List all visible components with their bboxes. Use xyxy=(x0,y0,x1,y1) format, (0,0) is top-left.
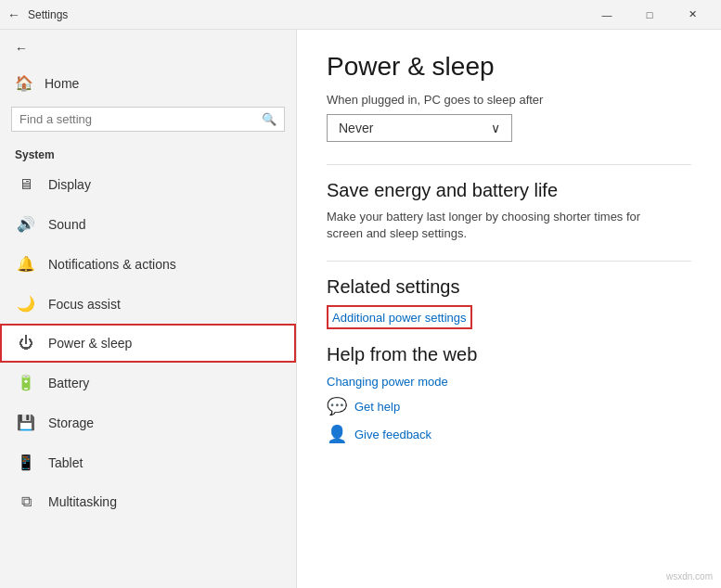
sidebar-item-sound[interactable]: 🔊 Sound xyxy=(0,204,296,244)
additional-power-settings-link[interactable]: Additional power settings xyxy=(332,311,467,325)
sidebar-item-battery-label: Battery xyxy=(48,376,89,390)
page-title: Power & sleep xyxy=(327,52,691,82)
sidebar-item-power-label: Power & sleep xyxy=(48,336,132,351)
home-icon: 🏠 xyxy=(15,74,33,92)
close-button[interactable]: ✕ xyxy=(671,0,714,30)
main-content: Power & sleep When plugged in, PC goes t… xyxy=(297,30,721,588)
sidebar-item-multitasking-label: Multitasking xyxy=(48,494,117,509)
tablet-icon: 📱 xyxy=(17,454,35,471)
app-body: ← 🏠 Home 🔍 System 🖥 Display 🔊 Sound 🔔 No… xyxy=(0,30,721,588)
chevron-down-icon: ∨ xyxy=(491,121,500,135)
divider-2 xyxy=(327,261,691,262)
additional-power-link-box: Additional power settings xyxy=(327,305,472,329)
multitasking-icon: ⧉ xyxy=(17,493,35,510)
sidebar-search-box[interactable]: 🔍 xyxy=(11,107,285,132)
focus-icon: 🌙 xyxy=(17,295,35,313)
battery-icon: 🔋 xyxy=(17,374,35,391)
sidebar-item-tablet-label: Tablet xyxy=(48,455,83,470)
power-icon: ⏻ xyxy=(17,335,35,352)
back-icon: ← xyxy=(15,41,28,56)
help-heading: Help from the web xyxy=(327,344,691,365)
divider-1 xyxy=(327,164,691,165)
sidebar-item-sound-label: Sound xyxy=(48,217,85,232)
sound-icon: 🔊 xyxy=(17,215,35,233)
sidebar-item-notifications-label: Notifications & actions xyxy=(48,257,176,272)
titlebar-controls: — □ ✕ xyxy=(586,0,714,30)
display-icon: 🖥 xyxy=(17,176,35,193)
sidebar-item-storage-label: Storage xyxy=(48,415,94,430)
get-help-link[interactable]: Get help xyxy=(354,400,400,414)
sidebar-item-focus-label: Focus assist xyxy=(48,297,121,312)
give-feedback-link[interactable]: Give feedback xyxy=(354,428,431,441)
sidebar-item-tablet[interactable]: 📱 Tablet xyxy=(0,442,296,482)
titlebar-title: Settings xyxy=(28,8,586,21)
sidebar-item-home[interactable]: 🏠 Home xyxy=(0,67,296,99)
get-help-link-item[interactable]: 💬 Get help xyxy=(327,396,691,416)
storage-icon: 💾 xyxy=(17,414,35,431)
maximize-button[interactable]: □ xyxy=(628,0,671,30)
changing-power-link-item[interactable]: Changing power mode xyxy=(327,375,691,389)
sidebar-item-display-label: Display xyxy=(48,177,91,192)
sidebar-item-battery[interactable]: 🔋 Battery xyxy=(0,363,296,403)
save-energy-heading: Save energy and battery life xyxy=(327,180,691,201)
give-feedback-icon: 👤 xyxy=(327,424,347,444)
sidebar-item-display[interactable]: 🖥 Display xyxy=(0,165,296,204)
sidebar-home-label: Home xyxy=(45,76,79,91)
titlebar: ← Settings — □ ✕ xyxy=(0,0,721,30)
additional-power-link-item: Additional power settings xyxy=(327,305,691,329)
watermark: wsxdn.com xyxy=(663,570,715,582)
changing-power-link[interactable]: Changing power mode xyxy=(327,375,448,389)
related-settings-heading: Related settings xyxy=(327,276,691,298)
sidebar-item-storage[interactable]: 💾 Storage xyxy=(0,403,296,442)
sidebar-item-focus[interactable]: 🌙 Focus assist xyxy=(0,284,296,324)
give-feedback-link-item[interactable]: 👤 Give feedback xyxy=(327,424,691,444)
search-input[interactable] xyxy=(19,112,256,126)
titlebar-back-icon: ← xyxy=(7,7,20,22)
search-icon: 🔍 xyxy=(262,112,277,126)
sidebar-back-button[interactable]: ← xyxy=(0,30,296,67)
sidebar-item-power[interactable]: ⏻ Power & sleep xyxy=(0,324,296,363)
get-help-icon: 💬 xyxy=(327,396,347,416)
sidebar: ← 🏠 Home 🔍 System 🖥 Display 🔊 Sound 🔔 No… xyxy=(0,30,297,588)
sidebar-item-notifications[interactable]: 🔔 Notifications & actions xyxy=(0,244,296,284)
sidebar-item-multitasking[interactable]: ⧉ Multitasking xyxy=(0,482,296,521)
sidebar-section-label: System xyxy=(0,139,296,165)
sleep-subtitle: When plugged in, PC goes to sleep after xyxy=(327,93,691,107)
save-energy-desc: Make your battery last longer by choosin… xyxy=(327,209,679,242)
notifications-icon: 🔔 xyxy=(17,255,35,273)
sleep-dropdown[interactable]: Never ∨ xyxy=(327,114,512,142)
minimize-button[interactable]: — xyxy=(586,0,628,30)
sleep-dropdown-value: Never xyxy=(339,121,373,135)
